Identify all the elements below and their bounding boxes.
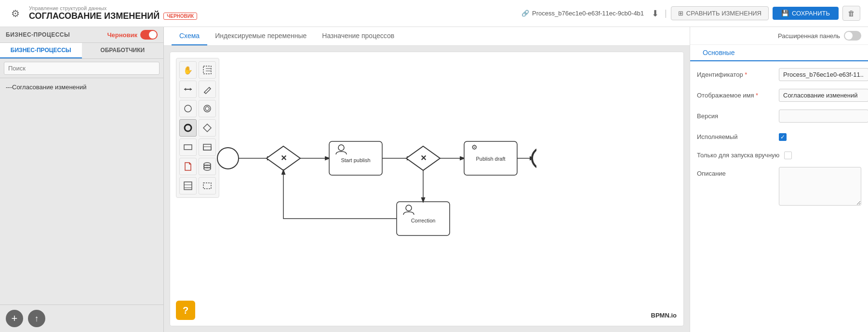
required-mark: * (745, 71, 747, 78)
form-row-identifier: Идентификатор * (697, 68, 861, 81)
svg-text:Publish draft: Publish draft (476, 156, 505, 162)
manual-launch-label: Только для запуска вручную (697, 149, 779, 159)
form-row-display-name: Отображаемое имя * (697, 89, 861, 102)
header-actions: ⬇ | ⊞ СРАВНИТЬ ИЗМЕНЕНИЯ 💾 СОХРАНИТЬ 🗑 (650, 6, 860, 21)
tab-process-assignment[interactable]: Назначение процессов (314, 27, 402, 45)
sidebar: БИЗНЕС-ПРОЦЕССЫ Черновик БИЗНЕС-ПРОЦЕССЫ… (0, 27, 164, 332)
manual-launch-checkbox[interactable] (784, 152, 792, 159)
header-title-group: Управление структурой данных СОГЛАСОВАНИ… (29, 5, 197, 21)
diagram-container[interactable]: ✋ (170, 52, 684, 326)
tab-basic[interactable]: Основные (697, 45, 740, 61)
version-label: Версия (697, 110, 774, 120)
sidebar-tabs: БИЗНЕС-ПРОЦЕССЫ ОБРАБОТЧИКИ (0, 43, 163, 59)
panel-tabs: Основные (690, 45, 868, 61)
divider: | (665, 8, 667, 18)
sidebar-bottom: + ↑ (0, 304, 163, 332)
bpmn-diagram: ✕ Start publish ✕ (170, 52, 536, 313)
form-row-manual-launch: Только для запуска вручную (697, 149, 861, 159)
canvas-area: Схема Индексируемые переменные Назначени… (164, 27, 690, 332)
executable-checkbox[interactable]: ✓ (779, 133, 787, 141)
compare-label: СРАВНИТЬ ИЗМЕНЕНИЯ (686, 10, 761, 17)
bpmn-logo: BPMN.io (651, 312, 677, 319)
svg-text:✕: ✕ (420, 154, 427, 162)
identifier-input[interactable] (779, 68, 868, 81)
panel-header-label: Расширенная панель (778, 32, 840, 40)
help-button[interactable]: ? (176, 301, 195, 320)
save-button[interactable]: 💾 СОХРАНИТЬ (773, 7, 839, 20)
canvas-wrapper: ✋ (164, 46, 690, 332)
save-icon: 💾 (781, 10, 789, 17)
sidebar-title: БИЗНЕС-ПРОЦЕССЫ (6, 31, 70, 38)
right-panel: Расширенная панель Основные Идентификато… (690, 27, 868, 332)
compare-button[interactable]: ⊞ СРАВНИТЬ ИЗМЕНЕНИЯ (671, 6, 769, 20)
process-id: 🔗 Process_b76ec1e0-e63f-11ec-9cb0-4b1 (521, 10, 644, 17)
draft-toggle-switch[interactable] (140, 30, 158, 40)
panel-body: Идентификатор * Отображаемое имя * Верси… (690, 61, 868, 332)
display-name-label: Отображаемое имя * (697, 89, 774, 99)
form-row-version: Версия (697, 110, 861, 123)
draft-toggle: Черновик (107, 30, 158, 40)
version-input[interactable] (779, 110, 868, 123)
compare-icon: ⊞ (678, 10, 683, 17)
sidebar-search (0, 59, 163, 78)
svg-text:✕: ✕ (280, 154, 287, 162)
gear-icon: ⚙ (8, 6, 23, 21)
page-title: СОГЛАСОВАНИЕ ИЗМЕНЕНИЙ (29, 11, 160, 21)
tab-indexed-vars[interactable]: Индексируемые переменные (207, 27, 314, 45)
search-input[interactable] (4, 62, 160, 75)
identifier-label: Идентификатор * (697, 68, 774, 78)
svg-text:Correction: Correction (411, 218, 436, 223)
display-name-input[interactable] (779, 89, 868, 102)
list-item[interactable]: ---Согласование изменений (6, 82, 158, 92)
canvas-tabs: Схема Индексируемые переменные Назначени… (164, 27, 690, 46)
sidebar-list: ---Согласование изменений (0, 78, 163, 304)
svg-point-40 (532, 148, 536, 169)
bpmn-logo-text: BPMN.io (651, 312, 677, 319)
sidebar-header: БИЗНЕС-ПРОЦЕССЫ Черновик (0, 27, 163, 43)
form-row-executable: Исполняемый ✓ (697, 130, 861, 141)
header-title: СОГЛАСОВАНИЕ ИЗМЕНЕНИЙ ЧЕРНОВИК (29, 11, 197, 21)
main-layout: БИЗНЕС-ПРОЦЕССЫ Черновик БИЗНЕС-ПРОЦЕССЫ… (0, 27, 868, 332)
description-label: Описание (697, 167, 774, 177)
tab-handlers[interactable]: ОБРАБОТЧИКИ (82, 43, 164, 58)
required-mark-2: * (756, 92, 758, 99)
draft-label: Черновик (107, 31, 137, 39)
svg-point-24 (217, 148, 239, 169)
tab-processes[interactable]: БИЗНЕС-ПРОЦЕССЫ (0, 43, 82, 58)
save-label: СОХРАНИТЬ (792, 10, 830, 17)
draft-badge: ЧЕРНОВИК (163, 13, 197, 20)
app-header: ⚙ Управление структурой данных СОГЛАСОВА… (0, 0, 868, 27)
add-button[interactable]: + (6, 310, 23, 327)
process-id-text: Process_b76ec1e0-e63f-11ec-9cb0-4b1 (532, 10, 644, 17)
description-textarea[interactable] (779, 167, 861, 206)
form-row-description: Описание (697, 167, 861, 206)
delete-button[interactable]: 🗑 (842, 6, 860, 21)
panel-toggle-switch[interactable] (844, 31, 861, 41)
svg-text:Start publish: Start publish (341, 157, 370, 163)
header-subtitle: Управление структурой данных (29, 5, 197, 11)
link-icon: 🔗 (521, 10, 529, 17)
executable-label: Исполняемый (697, 130, 774, 140)
svg-text:⚙: ⚙ (471, 143, 478, 151)
tab-schema[interactable]: Схема (172, 27, 207, 45)
panel-header: Расширенная панель (690, 27, 868, 45)
upload-button[interactable]: ↑ (28, 310, 45, 327)
download-button[interactable]: ⬇ (650, 6, 661, 21)
